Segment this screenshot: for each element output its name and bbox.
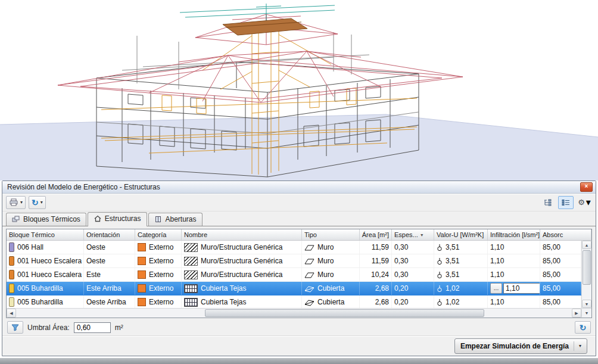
categoria-value: Externo: [149, 284, 173, 293]
vertical-scroll-thumb[interactable]: [583, 250, 591, 285]
column-header-orientacion[interactable]: Orientación: [84, 229, 135, 240]
printer-icon: [9, 198, 18, 206]
button-separator: [574, 341, 574, 351]
nombre-value: Muro/Estructura Genérica: [201, 270, 282, 279]
settings-button[interactable]: ⚙ ▾: [577, 196, 592, 209]
funnel-icon: [11, 323, 19, 331]
area-value: 10,24: [371, 270, 389, 279]
valor-u-value: 3,51: [446, 270, 459, 279]
ellipsis-button[interactable]: ...: [490, 283, 502, 294]
block-color-icon: [9, 242, 14, 252]
valor-u-value: 1,02: [446, 284, 459, 293]
block-color-icon: [9, 297, 14, 307]
tree-view-button[interactable]: [540, 196, 555, 209]
absorcion-value: 85,00: [543, 257, 560, 265]
tipo-value: Muro: [317, 243, 334, 251]
material-pattern-icon: [184, 284, 198, 293]
column-header-absorcion[interactable]: Absorc: [540, 229, 591, 240]
tipo-value: Muro: [317, 257, 334, 265]
column-header-infiltracion[interactable]: Infiltración [l/sm²]: [488, 229, 540, 240]
dropdown-icon[interactable]: ▾: [41, 200, 43, 205]
block-color-icon: [9, 284, 14, 293]
area-threshold-label: Umbral Área:: [27, 323, 70, 332]
table-row[interactable]: 005 Buhardilla Oeste Arriba Externo Cubi…: [7, 295, 581, 308]
refresh-model-button[interactable]: ↻ ▾: [29, 196, 46, 209]
scroll-down-button[interactable]: ▼: [582, 300, 591, 308]
table-row[interactable]: 006 Hall Oeste Externo Muro/Estructura G…: [7, 241, 581, 254]
list-view-button[interactable]: [558, 196, 574, 209]
espesor-value: 0,30: [394, 257, 408, 265]
column-header-categoria[interactable]: Categoría: [135, 229, 182, 240]
bloque-termico-value: 001 Hueco Escalera: [17, 257, 82, 265]
filter-button[interactable]: [7, 321, 23, 334]
vertical-scrollbar[interactable]: ▲ ▼: [581, 241, 591, 308]
table-row[interactable]: 005 Buhardilla Este Arriba Externo Cubie…: [7, 282, 581, 295]
energy-model-review-dialog: Revisión del Modelo de Energético - Estr…: [2, 181, 596, 356]
espesor-value: 0,30: [394, 243, 408, 251]
tab-bar: Bloques Térmicos Estructuras Aberturas: [2, 211, 596, 226]
dropdown-icon[interactable]: ▾: [586, 197, 591, 208]
bloque-termico-value: 001 Hueco Escalera: [17, 270, 82, 279]
espesor-value: 0,20: [394, 284, 408, 293]
scroll-left-button[interactable]: ◀: [7, 309, 16, 318]
scroll-right-button[interactable]: ▶: [572, 309, 581, 318]
structures-table: Bloque Térmico Orientación Categoría Nom…: [6, 229, 592, 318]
category-color-icon: [138, 243, 146, 251]
material-pattern-icon: [184, 270, 198, 279]
dropdown-icon[interactable]: ▾: [579, 343, 581, 349]
column-header-valor-u[interactable]: Valor-U [W/m²K]: [434, 229, 488, 240]
area-threshold-unit: m²: [115, 323, 123, 332]
thermal-blocks-icon: [12, 216, 20, 223]
nombre-value: Cubierta Tejas: [201, 284, 247, 293]
valor-u-value: 1,02: [446, 298, 459, 306]
tab-aberturas[interactable]: Aberturas: [148, 213, 203, 226]
material-pattern-icon: [184, 243, 198, 252]
orientacion-value: Oeste: [86, 243, 105, 251]
cubierta-type-icon: [304, 298, 314, 306]
material-pattern-icon: [184, 298, 198, 307]
column-header-nombre[interactable]: Nombre: [182, 229, 302, 240]
column-header-espesor[interactable]: Espes...▼: [392, 229, 434, 240]
horizontal-scrollbar[interactable]: ◀ ▶ ▼: [7, 308, 591, 318]
area-value: 2,68: [375, 298, 389, 306]
3d-model-view[interactable]: [0, 0, 598, 181]
table-body: 006 Hall Oeste Externo Muro/Estructura G…: [7, 241, 581, 308]
close-button[interactable]: ×: [580, 182, 593, 192]
scroll-up-button[interactable]: ▲: [582, 241, 591, 249]
infiltracion-input[interactable]: [503, 283, 540, 294]
building-wireframe: [0, 0, 598, 181]
absorcion-value: 85,00: [543, 243, 560, 251]
tipo-value: Cubierta: [317, 284, 344, 293]
column-header-tipo[interactable]: Tipo: [302, 229, 360, 240]
dropdown-icon[interactable]: ▾: [20, 200, 23, 205]
categoria-value: Externo: [149, 257, 173, 265]
start-simulation-button[interactable]: Empezar Simulación de Energía ▾: [454, 338, 587, 354]
vertical-scroll-track[interactable]: [582, 249, 591, 300]
espesor-value: 0,30: [394, 270, 408, 279]
table-row[interactable]: 001 Hueco Escalera Este Externo Muro/Est…: [7, 268, 581, 282]
area-threshold-input[interactable]: [74, 322, 111, 333]
muro-type-icon: [304, 244, 314, 251]
tab-estructuras[interactable]: Estructuras: [88, 212, 147, 226]
start-simulation-label: Empezar Simulación de Energía: [460, 342, 569, 350]
horizontal-scroll-thumb[interactable]: [205, 309, 484, 317]
block-color-icon: [9, 270, 14, 279]
categoria-value: Externo: [149, 243, 173, 251]
area-value: 2,68: [375, 284, 389, 293]
horizontal-scroll-track[interactable]: [16, 309, 572, 318]
screen: Revisión del Modelo de Energético - Estr…: [0, 0, 598, 364]
espesor-value: 0,20: [394, 298, 408, 306]
valor-u-value: 3,51: [446, 257, 459, 265]
update-button[interactable]: ↻: [575, 321, 591, 334]
dialog-titlebar[interactable]: Revisión del Modelo de Energético - Estr…: [2, 181, 596, 194]
scroll-corner-down-button[interactable]: ▼: [581, 309, 591, 318]
tab-bloques-termicos[interactable]: Bloques Térmicos: [6, 213, 86, 226]
absorcion-value: 85,00: [543, 284, 560, 293]
print-report-button[interactable]: ▾: [6, 196, 26, 209]
column-header-area[interactable]: Área [m²]: [360, 229, 392, 240]
table-main: 006 Hall Oeste Externo Muro/Estructura G…: [7, 241, 591, 308]
table-row[interactable]: 001 Hueco Escalera Oeste Externo Muro/Es…: [7, 254, 581, 268]
orientacion-value: Este: [86, 270, 101, 279]
column-header-bloque-termico[interactable]: Bloque Térmico: [7, 229, 84, 240]
tipo-value: Muro: [317, 270, 334, 279]
